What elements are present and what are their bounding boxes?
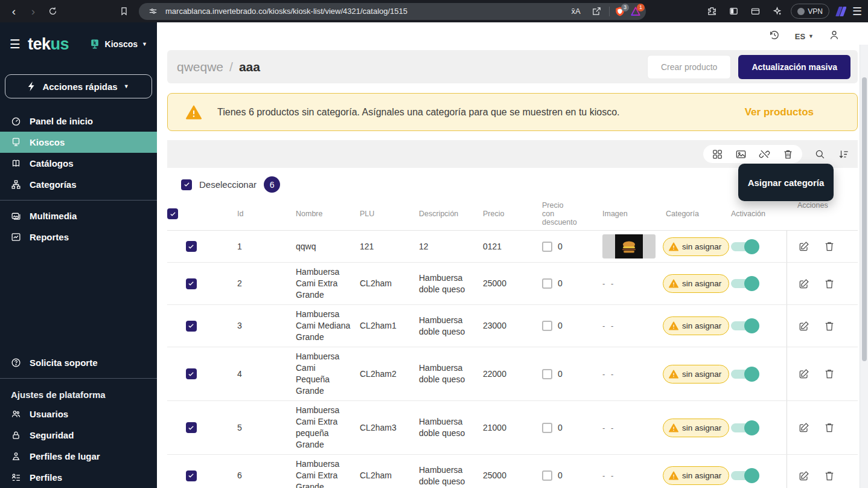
sidebar-item-solicita-soporte[interactable]: Solicita soporte xyxy=(0,352,157,373)
kiosk-selector-dropdown[interactable]: k Kioscos ▼ xyxy=(89,38,147,50)
search-icon[interactable] xyxy=(814,149,826,160)
delete-selected-icon[interactable] xyxy=(782,149,794,160)
share-icon[interactable] xyxy=(589,4,604,19)
discount-checkbox[interactable] xyxy=(542,423,552,433)
activation-toggle[interactable] xyxy=(731,321,758,330)
cell-imagen: - - xyxy=(595,412,658,443)
browser-forward-button[interactable]: › xyxy=(25,4,41,19)
sort-icon[interactable] xyxy=(838,149,849,160)
edit-icon[interactable] xyxy=(798,422,810,434)
warning-icon xyxy=(669,321,678,330)
category-badge[interactable]: sin asignar xyxy=(663,274,729,293)
row-checkbox[interactable] xyxy=(186,470,197,481)
discount-checkbox[interactable] xyxy=(542,278,552,289)
delete-icon[interactable] xyxy=(823,368,835,380)
site-settings-icon[interactable] xyxy=(145,4,161,19)
delete-icon[interactable] xyxy=(823,240,835,252)
language-selector[interactable]: ES ▼ xyxy=(795,32,814,41)
category-badge[interactable]: sin asignar xyxy=(663,237,729,256)
bookmark-icon[interactable] xyxy=(116,4,132,19)
cell-plu: CL2ham3 xyxy=(353,412,407,443)
split-view-icon[interactable] xyxy=(726,4,741,19)
cell-acciones xyxy=(787,263,858,304)
category-badge[interactable]: sin asignar xyxy=(663,316,729,335)
row-checkbox[interactable] xyxy=(186,321,197,332)
category-badge[interactable]: sin asignar xyxy=(663,365,729,384)
category-badge[interactable]: sin asignar xyxy=(663,419,729,437)
sidebar-item-perfiles-de-lugar[interactable]: Perfiles de lugar xyxy=(0,446,157,467)
activation-toggle[interactable] xyxy=(731,242,758,251)
wallet-icon[interactable] xyxy=(747,4,763,19)
stripes-extension-icon[interactable] xyxy=(835,6,846,17)
assign-image-icon[interactable] xyxy=(735,149,747,160)
vpn-label: VPN xyxy=(808,7,823,16)
row-checkbox[interactable] xyxy=(186,241,197,252)
triangle-extension-icon[interactable]: 1 xyxy=(630,6,641,17)
shield-icon[interactable]: 3 xyxy=(614,6,625,17)
discount-checkbox[interactable] xyxy=(542,242,552,252)
extensions-icon[interactable] xyxy=(704,4,720,19)
activation-toggle[interactable] xyxy=(731,423,758,432)
deselect-all-checkbox[interactable] xyxy=(181,179,192,190)
discount-checkbox[interactable] xyxy=(542,321,552,331)
row-checkbox[interactable] xyxy=(186,368,197,379)
vpn-button[interactable]: VPN xyxy=(791,4,829,19)
warning-icon xyxy=(186,105,202,120)
activation-toggle[interactable] xyxy=(731,370,758,379)
book-icon xyxy=(11,158,21,169)
assign-category-icon[interactable] xyxy=(712,149,723,160)
edit-icon[interactable] xyxy=(798,320,810,332)
sidebar-item-panel-de-inicio[interactable]: Panel de inicio xyxy=(0,111,157,132)
edit-icon[interactable] xyxy=(798,278,810,290)
cell-precio: 0121 xyxy=(477,231,531,262)
sidebar-item-catalogos[interactable]: Catálogos xyxy=(0,153,157,174)
view-products-link[interactable]: Ver productos xyxy=(745,106,814,118)
cell-categoria: sin asignar xyxy=(658,231,724,262)
sidebar-item-categorias[interactable]: Categorías xyxy=(0,174,157,195)
delete-icon[interactable] xyxy=(823,422,835,434)
bulk-update-button[interactable]: Actualización masiva xyxy=(738,55,850,79)
users-icon xyxy=(11,409,21,419)
discount-checkbox[interactable] xyxy=(542,369,552,379)
breadcrumb-parent[interactable]: qweqwe xyxy=(177,60,223,74)
sidebar-item-perfiles[interactable]: Perfiles xyxy=(0,467,157,488)
cell-descripcion: Hambuersa doble queso xyxy=(407,358,477,390)
activation-toggle[interactable] xyxy=(731,471,758,480)
delete-icon[interactable] xyxy=(823,470,835,482)
unlink-icon[interactable] xyxy=(759,149,770,160)
activation-toggle[interactable] xyxy=(731,279,758,288)
app-logo: tekus xyxy=(28,35,69,54)
sidebar-item-kioscos[interactable]: Kioscos xyxy=(0,132,157,153)
sidebar-item-seguridad[interactable]: Seguridad xyxy=(0,425,157,446)
cell-descripcion: 12 xyxy=(407,231,477,262)
create-product-button[interactable]: Crear producto xyxy=(647,55,731,79)
sidebar-item-multimedia[interactable]: Multimedia xyxy=(0,205,157,226)
edit-icon[interactable] xyxy=(798,470,810,482)
delete-icon[interactable] xyxy=(823,320,835,332)
row-checkbox[interactable] xyxy=(186,422,197,433)
url-bar[interactable]: marcablanca.invertebrado.co/kiosks/kiosk… xyxy=(139,3,646,20)
leo-ai-icon[interactable] xyxy=(769,4,785,19)
row-checkbox[interactable] xyxy=(186,278,197,289)
browser-reload-button[interactable] xyxy=(45,4,60,19)
discount-checkbox[interactable] xyxy=(542,470,552,481)
browser-back-button[interactable]: ‹ xyxy=(6,4,22,19)
col-header-acciones: Acciones xyxy=(787,197,858,230)
history-icon[interactable] xyxy=(768,29,780,43)
category-badge[interactable]: sin asignar xyxy=(663,466,729,485)
url-text[interactable]: marcablanca.invertebrado.co/kiosks/kiosk… xyxy=(165,7,563,16)
sidebar-item-usuarios[interactable]: Usuarios xyxy=(0,403,157,425)
edit-icon[interactable] xyxy=(798,240,810,252)
user-profile-icon[interactable] xyxy=(828,29,840,43)
scrollbar-thumb[interactable] xyxy=(862,77,867,361)
edit-icon[interactable] xyxy=(798,368,810,380)
select-all-checkbox[interactable] xyxy=(167,208,178,219)
quick-actions-button[interactable]: Acciones rápidas ▼ xyxy=(5,74,152,98)
page-scrollbar[interactable] xyxy=(860,45,868,488)
translate-icon[interactable]: x̄A xyxy=(568,4,584,19)
delete-icon[interactable] xyxy=(823,278,835,290)
sidebar-item-reportes[interactable]: Reportes xyxy=(0,226,157,248)
browser-menu-icon[interactable]: ☰ xyxy=(852,5,862,18)
sidebar-toggle-icon[interactable]: ☰ xyxy=(10,37,21,51)
image-placeholder: - - xyxy=(602,470,615,481)
